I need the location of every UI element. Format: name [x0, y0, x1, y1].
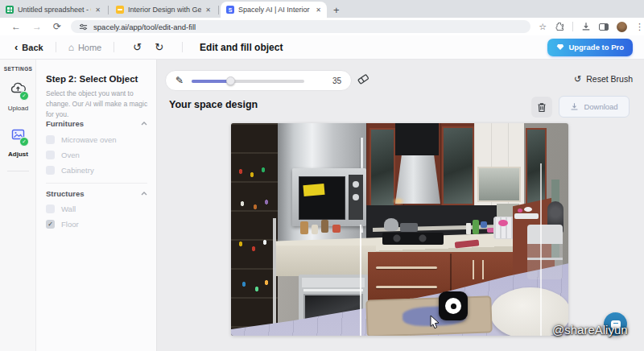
kettle: [384, 218, 398, 231]
checkbox-label: Floor: [61, 220, 79, 229]
undo-button[interactable]: ↺: [133, 42, 142, 52]
pink-bowl: [498, 220, 508, 226]
checkbox-row-wall[interactable]: Wall: [46, 204, 76, 213]
page-title: Edit and fill object: [200, 42, 283, 53]
upload-label: Upload: [0, 105, 36, 112]
profile-avatar[interactable]: [617, 22, 627, 32]
reset-brush-button[interactable]: ↺ Reset Brush: [574, 74, 633, 84]
slider-thumb[interactable]: [226, 76, 235, 85]
microwave-knob: [353, 181, 359, 188]
yellow-doc-icon: [116, 6, 124, 14]
tab-title: Untitled spreadsheet - Goog: [18, 6, 91, 14]
wall-shelf: [514, 213, 539, 219]
tab-spacely-active[interactable]: S Spacely AI | AI Interior Desig ✕: [221, 2, 327, 18]
checkbox-label: Microwave oven: [61, 135, 117, 144]
google-sheets-icon: [6, 6, 14, 14]
rail-item-adjust[interactable]: ✓ Adjust: [0, 129, 36, 158]
hood-light-glow: [392, 197, 405, 205]
rail-item-upload[interactable]: ✓ Upload: [0, 82, 36, 112]
app-window: Untitled spreadsheet - Goog ✕ Interior D…: [0, 0, 644, 351]
navbar-actions: ☆ ⋮: [539, 22, 644, 32]
brush-cursor: [439, 291, 468, 320]
upgrade-to-pro-button[interactable]: Upgrade to Pro: [547, 39, 633, 56]
checkbox-row-cabinetry[interactable]: Cabinetry: [46, 166, 94, 175]
checkbox-label: Wall: [61, 204, 76, 213]
white-cart: [527, 225, 563, 279]
home-icon: ⌂: [68, 43, 74, 52]
jar: [321, 220, 328, 233]
white-bottle: [466, 223, 471, 234]
checkbox-row-microwave[interactable]: Microwave oven: [46, 135, 117, 144]
brush-size-slider[interactable]: [192, 76, 304, 85]
home-label: Home: [78, 43, 101, 52]
browser-tab-strip: Untitled spreadsheet - Goog ✕ Interior D…: [0, 0, 644, 18]
delete-design-button[interactable]: [531, 97, 552, 118]
white-cabinet-glass: [477, 167, 521, 202]
extensions-icon[interactable]: [555, 22, 564, 31]
checkbox[interactable]: [46, 135, 55, 144]
main-area: ✎ 35 ↺ Reset Brush Your space design Dow…: [157, 60, 644, 351]
checkbox-checked[interactable]: ✓: [46, 220, 55, 229]
browser-menu-icon[interactable]: ⋮: [635, 22, 644, 32]
side-panel-icon[interactable]: [599, 23, 609, 31]
checkbox[interactable]: [46, 204, 55, 213]
reset-brush-label: Reset Brush: [586, 74, 633, 84]
mouse-cursor: [430, 315, 440, 329]
range-hood: [395, 155, 440, 204]
home-button[interactable]: ⌂ Home: [68, 43, 102, 52]
brush-size-value: 35: [332, 76, 341, 85]
brush-toolbar: ✎ 35: [165, 70, 352, 91]
section-name: Structures: [46, 189, 85, 198]
jar: [332, 225, 341, 233]
checkbox-row-floor[interactable]: ✓ Floor: [46, 220, 79, 229]
checkbox[interactable]: [46, 166, 55, 175]
redo-button[interactable]: ↻: [155, 42, 163, 52]
oven-control-strip: [302, 278, 365, 287]
eraser-button[interactable]: [357, 73, 369, 88]
tab-close-icon[interactable]: ✕: [316, 6, 321, 14]
download-label: Download: [584, 102, 617, 111]
reload-icon[interactable]: ⟳: [53, 22, 61, 31]
tab-spreadsheet[interactable]: Untitled spreadsheet - Goog ✕: [0, 2, 106, 18]
back-button[interactable]: ‹ Back: [14, 43, 43, 52]
gem-icon: [556, 43, 564, 51]
tab-close-icon[interactable]: ✕: [205, 6, 211, 14]
downloads-icon[interactable]: [581, 22, 591, 31]
forward-nav-icon[interactable]: →: [32, 22, 42, 31]
tab-close-icon[interactable]: ✕: [95, 6, 101, 14]
step-description: Select the object you want to change. Ou…: [46, 89, 148, 119]
browser-navbar: ← → ⟳ spacely.ai/app/tool/edit-and-fill …: [0, 18, 644, 35]
tab-interior-design[interactable]: Interior Design with Generati ✕: [110, 2, 217, 18]
checkbox-row-oven[interactable]: Oven: [46, 151, 80, 159]
door-handle: [473, 260, 474, 279]
brush-guide-line: [540, 163, 542, 336]
bookmark-star-icon[interactable]: ☆: [539, 22, 547, 32]
pink-dish: [518, 209, 522, 213]
site-info-icon[interactable]: [79, 23, 88, 31]
microwave-knob: [353, 194, 359, 200]
chevron-up-icon: [141, 122, 147, 126]
glass-cabinet-door: [526, 128, 547, 205]
jar: [300, 221, 308, 234]
white-bowl: [524, 207, 532, 212]
url-bar[interactable]: spacely.ai/app/tool/edit-and-fill: [71, 20, 530, 33]
watermark: @shareAliyun: [552, 323, 628, 337]
checkbox-label: Oven: [61, 151, 80, 159]
tab-title: Spacely AI | AI Interior Desig: [238, 6, 312, 14]
navbar-divider: [572, 22, 573, 31]
canvas-title: Your space design: [169, 99, 258, 110]
checkbox-label: Cabinetry: [61, 166, 94, 175]
section-structures[interactable]: Structures: [46, 189, 147, 198]
canvas-image[interactable]: [231, 123, 568, 336]
checkbox[interactable]: [46, 151, 55, 159]
adjust-complete-badge: ✓: [19, 137, 29, 147]
download-icon: [570, 102, 579, 111]
rug: [365, 295, 493, 336]
brush-pencil-icon[interactable]: ✎: [175, 76, 184, 85]
new-tab-button[interactable]: +: [333, 4, 340, 16]
download-button[interactable]: Download: [559, 96, 630, 118]
drawer-handle: [376, 266, 437, 269]
reset-icon: ↺: [574, 75, 581, 84]
back-nav-icon[interactable]: ←: [11, 22, 21, 31]
section-furnitures[interactable]: Furnitures: [46, 119, 147, 128]
